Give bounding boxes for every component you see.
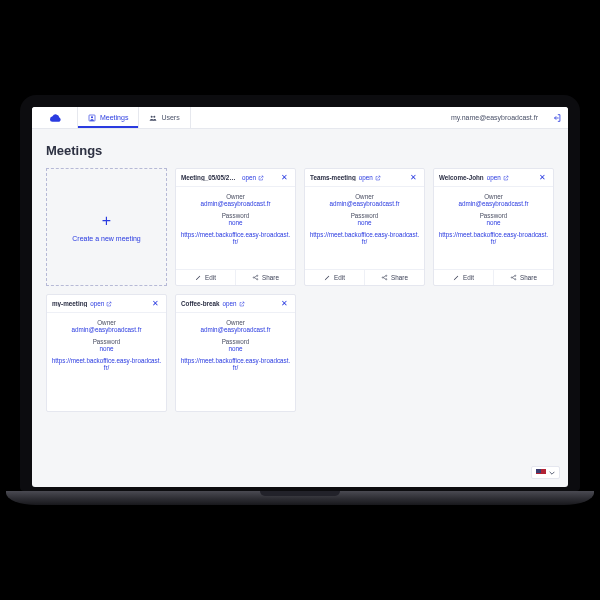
- svg-point-12: [515, 279, 516, 280]
- meeting-card: Meeting_05/05/2020open✕Owneradmin@easybr…: [175, 168, 296, 286]
- card-header: my-meetingopen✕: [47, 295, 166, 313]
- share-label: Share: [391, 274, 408, 281]
- svg-point-10: [511, 277, 512, 278]
- edit-button[interactable]: Edit: [176, 270, 235, 285]
- create-meeting-card[interactable]: + Create a new meeting: [46, 168, 167, 286]
- svg-point-5: [257, 275, 258, 276]
- card-header: Welcome-Johnopen✕: [434, 169, 553, 187]
- share-icon: [381, 274, 388, 281]
- meeting-url[interactable]: https://meet.backoffice.easy-broadcast.f…: [309, 231, 420, 245]
- card-title: Coffee-break: [181, 300, 220, 307]
- flag-icon: [536, 469, 546, 476]
- meeting-url[interactable]: https://meet.backoffice.easy-broadcast.f…: [438, 231, 549, 245]
- svg-point-1: [91, 116, 93, 118]
- owner-label: Owner: [458, 193, 528, 200]
- open-link[interactable]: open: [223, 300, 245, 307]
- owner-value: admin@easybroadcast.fr: [200, 326, 270, 333]
- svg-point-11: [515, 275, 516, 276]
- card-footer: EditShare: [434, 269, 553, 285]
- open-link[interactable]: open: [359, 174, 381, 181]
- open-link[interactable]: open: [90, 300, 112, 307]
- password-label: Password: [93, 338, 121, 345]
- close-button[interactable]: ✕: [150, 299, 161, 308]
- open-link[interactable]: open: [487, 174, 509, 181]
- pencil-icon: [195, 274, 202, 281]
- owner-label: Owner: [329, 193, 399, 200]
- open-label: open: [223, 300, 237, 307]
- open-label: open: [359, 174, 373, 181]
- password-label: Password: [480, 212, 508, 219]
- brand-logo: [32, 107, 78, 128]
- logout-icon: [552, 113, 562, 123]
- card-header: Teams-meetingopen✕: [305, 169, 424, 187]
- close-button[interactable]: ✕: [279, 299, 290, 308]
- share-icon: [510, 274, 517, 281]
- card-title: my-meeting: [52, 300, 87, 307]
- language-selector[interactable]: [531, 466, 560, 479]
- tab-users-label: Users: [161, 114, 179, 121]
- meeting-card: Teams-meetingopen✕Owneradmin@easybroadca…: [304, 168, 425, 286]
- share-icon: [252, 274, 259, 281]
- external-link-icon: [106, 301, 112, 307]
- password-value: none: [93, 345, 121, 352]
- card-title: Meeting_05/05/2020: [181, 174, 239, 181]
- close-button[interactable]: ✕: [279, 173, 290, 182]
- open-label: open: [487, 174, 501, 181]
- card-body: Owneradmin@easybroadcast.frPasswordnoneh…: [176, 187, 295, 269]
- svg-point-9: [386, 279, 387, 280]
- plus-icon: +: [102, 213, 111, 229]
- card-header: Meeting_05/05/2020open✕: [176, 169, 295, 187]
- owner-label: Owner: [200, 193, 270, 200]
- owner-value: admin@easybroadcast.fr: [71, 326, 141, 333]
- password-value: none: [351, 219, 379, 226]
- close-icon: ✕: [281, 299, 288, 308]
- users-icon: [149, 114, 157, 122]
- meeting-card: my-meetingopen✕Owneradmin@easybroadcast.…: [46, 294, 167, 412]
- close-button[interactable]: ✕: [408, 173, 419, 182]
- password-value: none: [222, 345, 250, 352]
- owner-value: admin@easybroadcast.fr: [458, 200, 528, 207]
- close-icon: ✕: [410, 173, 417, 182]
- meeting-url[interactable]: https://meet.backoffice.easy-broadcast.f…: [51, 357, 162, 371]
- share-label: Share: [520, 274, 537, 281]
- close-button[interactable]: ✕: [537, 173, 548, 182]
- svg-point-8: [386, 275, 387, 276]
- open-label: open: [242, 174, 256, 181]
- tab-meetings[interactable]: Meetings: [78, 107, 139, 128]
- laptop-base: [6, 491, 594, 505]
- top-nav: Meetings Users my.name@easybroadcast.fr: [32, 107, 568, 129]
- open-label: open: [90, 300, 104, 307]
- meeting-url[interactable]: https://meet.backoffice.easy-broadcast.f…: [180, 357, 291, 371]
- edit-button[interactable]: Edit: [434, 270, 493, 285]
- owner-label: Owner: [200, 319, 270, 326]
- cloud-icon: [47, 113, 63, 123]
- password-label: Password: [222, 338, 250, 345]
- external-link-icon: [239, 301, 245, 307]
- meeting-url[interactable]: https://meet.backoffice.easy-broadcast.f…: [180, 231, 291, 245]
- edit-label: Edit: [463, 274, 474, 281]
- card-title: Teams-meeting: [310, 174, 356, 181]
- create-meeting-label: Create a new meeting: [72, 235, 140, 242]
- edit-button[interactable]: Edit: [305, 270, 364, 285]
- close-icon: ✕: [539, 173, 546, 182]
- svg-point-7: [382, 277, 383, 278]
- tab-users[interactable]: Users: [139, 107, 190, 128]
- external-link-icon: [375, 175, 381, 181]
- meetings-grid: + Create a new meeting Meeting_05/05/202…: [46, 168, 554, 412]
- share-button[interactable]: Share: [493, 270, 553, 285]
- svg-point-4: [253, 277, 254, 278]
- share-button[interactable]: Share: [235, 270, 295, 285]
- page-body: Meetings + Create a new meeting Meeting_…: [32, 129, 568, 487]
- svg-point-3: [154, 115, 156, 117]
- edit-label: Edit: [205, 274, 216, 281]
- user-email: my.name@easybroadcast.fr: [443, 107, 546, 128]
- page-title: Meetings: [46, 143, 554, 158]
- card-title: Welcome-John: [439, 174, 484, 181]
- card-body: Owneradmin@easybroadcast.frPasswordnoneh…: [47, 313, 166, 411]
- open-link[interactable]: open: [242, 174, 264, 181]
- logout-button[interactable]: [546, 107, 568, 128]
- svg-point-6: [257, 279, 258, 280]
- password-value: none: [222, 219, 250, 226]
- share-button[interactable]: Share: [364, 270, 424, 285]
- tab-meetings-label: Meetings: [100, 114, 128, 121]
